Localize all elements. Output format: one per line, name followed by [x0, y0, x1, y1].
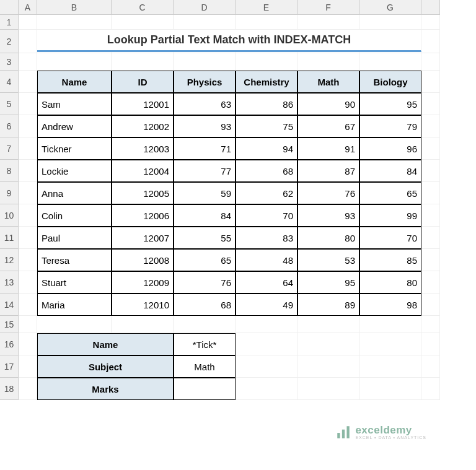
row-header-9[interactable]: 9 — [0, 182, 19, 204]
grid-cell[interactable] — [19, 93, 37, 115]
lookup-marks-value[interactable] — [174, 378, 236, 400]
grid-cell[interactable] — [359, 355, 421, 378]
grid-cell[interactable] — [298, 15, 359, 30]
table-cell[interactable]: 84 — [174, 204, 236, 227]
grid-cell[interactable] — [236, 378, 298, 400]
table-cell[interactable]: 80 — [359, 271, 421, 294]
row-header-10[interactable]: 10 — [0, 204, 19, 227]
table-cell[interactable]: 63 — [174, 93, 236, 115]
grid-cell[interactable] — [236, 355, 298, 378]
table-cell[interactable]: 76 — [174, 271, 236, 294]
row-header-11[interactable]: 11 — [0, 227, 19, 249]
grid-cell[interactable] — [421, 71, 440, 93]
table-cell[interactable]: 95 — [359, 93, 421, 115]
grid-cell[interactable] — [112, 316, 174, 333]
row-header-3[interactable]: 3 — [0, 53, 19, 71]
table-cell[interactable]: 65 — [359, 182, 421, 204]
table-cell[interactable]: Anna — [37, 182, 112, 204]
grid-cell[interactable] — [421, 15, 440, 30]
grid-cell[interactable] — [421, 137, 440, 160]
table-cell[interactable]: 83 — [236, 227, 298, 249]
grid-cell[interactable] — [421, 182, 440, 204]
table-cell[interactable]: 91 — [298, 137, 359, 160]
grid-cell[interactable] — [421, 93, 440, 115]
row-header-1[interactable]: 1 — [0, 15, 19, 30]
table-cell[interactable]: 67 — [298, 115, 359, 137]
grid-cell[interactable] — [19, 227, 37, 249]
grid-cell[interactable] — [112, 53, 174, 71]
table-cell[interactable]: 55 — [174, 227, 236, 249]
table-cell[interactable]: 12006 — [112, 204, 174, 227]
row-header-15[interactable]: 15 — [0, 316, 19, 333]
grid-cell[interactable] — [421, 333, 440, 355]
grid-cell[interactable] — [19, 355, 37, 378]
select-all-cell[interactable] — [0, 0, 19, 15]
table-cell[interactable]: 12008 — [112, 249, 174, 271]
table-cell[interactable]: 71 — [174, 137, 236, 160]
row-header-2[interactable]: 2 — [0, 30, 19, 53]
table-cell[interactable]: 76 — [298, 182, 359, 204]
column-header-G[interactable]: G — [359, 0, 421, 15]
grid-cell[interactable] — [359, 15, 421, 30]
table-cell[interactable]: 12002 — [112, 115, 174, 137]
column-header-B[interactable]: B — [37, 0, 112, 15]
column-header-A[interactable]: A — [19, 0, 37, 15]
column-header-E[interactable]: E — [236, 0, 298, 15]
table-cell[interactable]: 12010 — [112, 294, 174, 316]
table-cell[interactable]: Teresa — [37, 249, 112, 271]
column-header-F[interactable]: F — [298, 0, 359, 15]
table-cell[interactable]: 94 — [236, 137, 298, 160]
row-header-5[interactable]: 5 — [0, 93, 19, 115]
row-header-18[interactable]: 18 — [0, 378, 19, 400]
row-header-4[interactable]: 4 — [0, 71, 19, 93]
column-header-D[interactable]: D — [174, 0, 236, 15]
grid-cell[interactable] — [298, 333, 359, 355]
grid-cell[interactable] — [19, 204, 37, 227]
grid-cell[interactable] — [298, 378, 359, 400]
table-cell[interactable]: 12009 — [112, 271, 174, 294]
table-cell[interactable]: Andrew — [37, 115, 112, 137]
grid-cell[interactable] — [236, 53, 298, 71]
grid-cell[interactable] — [359, 316, 421, 333]
grid-cell[interactable] — [236, 316, 298, 333]
grid-cell[interactable] — [359, 378, 421, 400]
grid-cell[interactable] — [19, 115, 37, 137]
row-header-6[interactable]: 6 — [0, 115, 19, 137]
table-cell[interactable]: Stuart — [37, 271, 112, 294]
row-header-12[interactable]: 12 — [0, 249, 19, 271]
table-cell[interactable]: Tickner — [37, 137, 112, 160]
grid-cell[interactable] — [19, 294, 37, 316]
table-cell[interactable]: 65 — [174, 249, 236, 271]
table-cell[interactable]: 59 — [174, 182, 236, 204]
grid-cell[interactable] — [19, 249, 37, 271]
grid-cell[interactable] — [421, 271, 440, 294]
grid-cell[interactable] — [359, 333, 421, 355]
table-cell[interactable]: 98 — [359, 294, 421, 316]
table-cell[interactable]: 68 — [236, 160, 298, 182]
grid-cell[interactable] — [19, 316, 37, 333]
table-cell[interactable]: 80 — [298, 227, 359, 249]
grid-cell[interactable] — [298, 53, 359, 71]
table-cell[interactable]: 93 — [174, 115, 236, 137]
table-cell[interactable]: 90 — [298, 93, 359, 115]
grid-cell[interactable] — [174, 53, 236, 71]
table-cell[interactable]: 62 — [236, 182, 298, 204]
lookup-subject-value[interactable]: Math — [174, 355, 236, 378]
row-header-7[interactable]: 7 — [0, 137, 19, 160]
row-header-8[interactable]: 8 — [0, 160, 19, 182]
grid-cell[interactable] — [421, 115, 440, 137]
table-cell[interactable]: 86 — [236, 93, 298, 115]
grid-cell[interactable] — [421, 204, 440, 227]
grid-cell[interactable] — [19, 137, 37, 160]
grid-cell[interactable] — [298, 316, 359, 333]
grid-cell[interactable] — [19, 333, 37, 355]
grid-cell[interactable] — [19, 271, 37, 294]
grid-cell[interactable] — [421, 160, 440, 182]
grid-cell[interactable] — [19, 71, 37, 93]
table-cell[interactable]: 96 — [359, 137, 421, 160]
grid-cell[interactable] — [174, 15, 236, 30]
row-header-14[interactable]: 14 — [0, 294, 19, 316]
grid-cell[interactable] — [421, 378, 440, 400]
grid-cell[interactable] — [19, 15, 37, 30]
table-cell[interactable]: Sam — [37, 93, 112, 115]
